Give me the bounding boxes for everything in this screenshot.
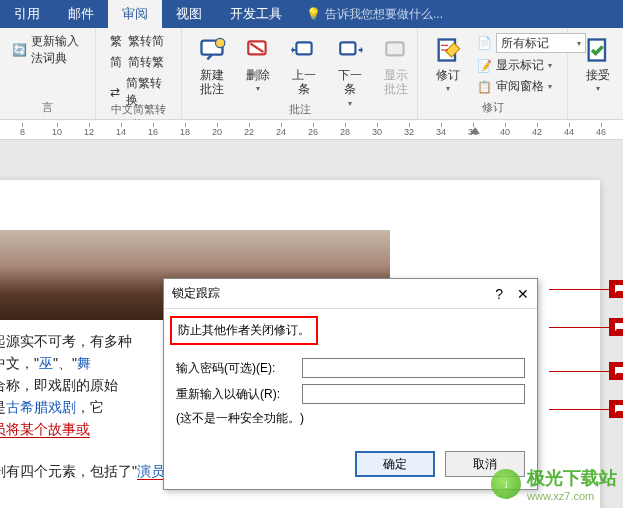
ruler-tick: 10: [52, 123, 62, 137]
track-changes-button[interactable]: 修订 ▾: [428, 32, 468, 95]
tab-view[interactable]: 视图: [162, 0, 216, 28]
next-icon: [334, 34, 366, 66]
pane-icon: 📋: [476, 79, 492, 95]
revision-mark[interactable]: [609, 400, 623, 418]
next-comment-button[interactable]: 下一条 ▾: [330, 32, 370, 110]
delete-comment-button[interactable]: 删除 ▾: [238, 32, 278, 95]
ruler-tick: 36: [468, 123, 478, 137]
delete-icon: [242, 34, 274, 66]
update-ime-button[interactable]: 🔄 更新输入法词典: [10, 32, 85, 68]
dialog-note: (这不是一种安全功能。): [176, 410, 525, 427]
prev-icon: [288, 34, 320, 66]
watermark-logo-icon: ↓: [491, 469, 521, 499]
show-comment-icon: [380, 34, 412, 66]
group-label-revise: 修订: [428, 100, 557, 117]
chevron-down-icon: ▾: [446, 84, 450, 93]
dialog-title: 锁定跟踪: [172, 285, 220, 302]
ruler-tick: 44: [564, 123, 574, 137]
accept-button[interactable]: 接受 ▾: [578, 32, 618, 95]
lightbulb-icon: 💡: [306, 7, 321, 21]
tab-references[interactable]: 引用: [0, 0, 54, 28]
ruler-tick: 26: [308, 123, 318, 137]
ruler-tick: 22: [244, 123, 254, 137]
ruler-tick: 14: [116, 123, 126, 137]
ruler-tick: 40: [500, 123, 510, 137]
chevron-down-icon: ▾: [548, 82, 552, 91]
password-input[interactable]: [302, 358, 525, 378]
chevron-down-icon: ▾: [256, 84, 260, 93]
watermark: ↓ 极光下载站 www.xz7.com: [491, 466, 617, 502]
prev-comment-button[interactable]: 上一条: [284, 32, 324, 99]
revision-mark[interactable]: [609, 318, 623, 336]
ruler-tick: 8: [20, 123, 25, 137]
group-label-comment: 批注: [192, 102, 407, 119]
help-button[interactable]: ?: [495, 286, 503, 302]
svg-point-1: [216, 38, 225, 47]
refresh-icon: 🔄: [12, 42, 27, 58]
lock-tracking-dialog: 锁定跟踪 ? ✕ 防止其他作者关闭修订。 输入密码(可选)(E): 重新输入以确…: [163, 278, 538, 490]
ruler-tick: 24: [276, 123, 286, 137]
confirm-password-input[interactable]: [302, 384, 525, 404]
ruler-tick: 18: [180, 123, 190, 137]
ruler-tick: 46: [596, 123, 606, 137]
revision-mark[interactable]: [609, 280, 623, 298]
svg-rect-4: [296, 42, 311, 54]
accept-icon: [582, 34, 614, 66]
password-label: 输入密码(可选)(E):: [176, 360, 296, 377]
simp-to-trad-button[interactable]: 简简转繁: [106, 53, 171, 72]
trad-to-simp-button[interactable]: 繁繁转简: [106, 32, 171, 51]
ruler-tick: 34: [436, 123, 446, 137]
new-comment-icon: [196, 34, 228, 66]
track-changes-icon: [432, 34, 464, 66]
markup-icon: 📝: [476, 58, 492, 74]
group-label-language: 言: [10, 100, 85, 117]
ruler-tick: 28: [340, 123, 350, 137]
chevron-down-icon: ▾: [548, 61, 552, 70]
svg-rect-5: [340, 42, 355, 54]
close-button[interactable]: ✕: [517, 286, 529, 302]
confirm-password-label: 重新输入以确认(R):: [176, 386, 296, 403]
ruler-tick: 42: [532, 123, 542, 137]
fan-icon: 繁: [108, 34, 124, 50]
ruler-tick: 16: [148, 123, 158, 137]
dialog-description: 防止其他作者关闭修订。: [170, 316, 318, 345]
doc-icon: 📄: [476, 35, 492, 51]
ruler-tick: 20: [212, 123, 222, 137]
convert-icon: ⇄: [108, 84, 122, 100]
ribbon-tabs: 引用 邮件 审阅 视图 开发工具 💡 告诉我您想要做什么...: [0, 0, 623, 28]
ruler-tick: 30: [372, 123, 382, 137]
show-comment-button: 显示批注: [376, 32, 416, 99]
tell-me-hint[interactable]: 💡 告诉我您想要做什么...: [306, 6, 443, 23]
ribbon: 🔄 更新输入法词典 言 繁繁转简 简简转繁 ⇄简繁转换 中文简繁转换 新建批注: [0, 28, 623, 120]
chevron-down-icon: ▾: [596, 84, 600, 93]
tab-mailings[interactable]: 邮件: [54, 0, 108, 28]
revision-mark[interactable]: [609, 362, 623, 380]
ruler-tick: 12: [84, 123, 94, 137]
new-comment-button[interactable]: 新建批注: [192, 32, 232, 99]
jian-icon: 简: [108, 55, 124, 71]
tab-developer[interactable]: 开发工具: [216, 0, 296, 28]
ok-button[interactable]: 确定: [355, 451, 435, 477]
svg-rect-6: [386, 42, 403, 55]
horizontal-ruler[interactable]: 8101214161820222426283032343640424446: [0, 120, 623, 140]
tab-review[interactable]: 审阅: [108, 0, 162, 28]
ruler-tick: 32: [404, 123, 414, 137]
